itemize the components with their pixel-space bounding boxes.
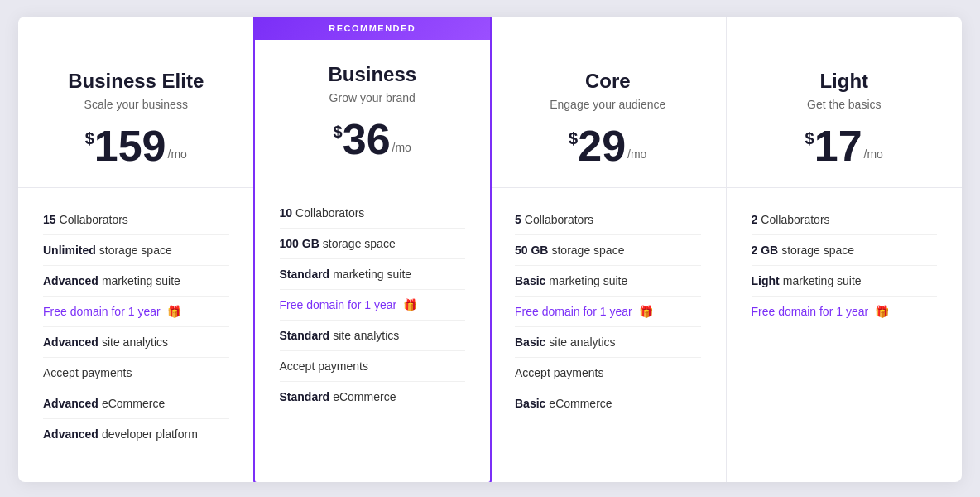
feature-list: 2 Collaborators 2 GB storage space Light…: [752, 205, 938, 326]
plan-tagline: Grow your brand: [280, 91, 466, 104]
feature-item: Accept payments: [43, 358, 229, 388]
domain-icon: 🎁: [875, 305, 889, 318]
feature-domain: Free domain for 1 year 🎁: [515, 297, 701, 327]
feature-item: Advanced eCommerce: [43, 388, 229, 419]
plan-name: Light: [752, 70, 938, 93]
feature-domain: Free domain for 1 year 🎁: [43, 297, 229, 327]
plan-price: $ 36 /mo: [280, 118, 466, 161]
feature-item: Unlimited storage space: [43, 235, 229, 266]
feature-item: Basic site analytics: [515, 327, 701, 358]
domain-icon: 🎁: [639, 305, 653, 318]
spacer: [752, 17, 938, 46]
feature-item: Light marketing suite: [752, 266, 938, 297]
feature-item: Advanced developer platform: [43, 419, 229, 449]
plan-header: Core Engage your audience $ 29 /mo: [515, 46, 701, 167]
plan-price: $ 17 /mo: [752, 124, 938, 167]
feature-item: Advanced marketing suite: [43, 266, 229, 297]
feature-item: Standard site analytics: [280, 321, 466, 351]
divider: [727, 187, 963, 188]
domain-icon: 🎁: [403, 298, 417, 311]
feature-item: Basic eCommerce: [515, 388, 701, 418]
plan-tagline: Scale your business: [43, 98, 229, 111]
plan-price: $ 29 /mo: [515, 124, 701, 167]
feature-item: 2 GB storage space: [752, 235, 938, 266]
price-amount: 36: [343, 118, 391, 161]
price-dollar: $: [85, 129, 94, 148]
plan-name: Business: [280, 63, 466, 86]
feature-item: Accept payments: [515, 358, 701, 388]
plan-card-business-elite: Business Elite Scale your business $ 159…: [18, 17, 255, 482]
feature-item: 100 GB storage space: [280, 229, 466, 259]
feature-item: Standard eCommerce: [280, 382, 466, 412]
feature-item: Standard marketing suite: [280, 259, 466, 290]
price-amount: 29: [578, 124, 626, 167]
divider: [255, 181, 491, 181]
divider: [18, 187, 254, 188]
plan-header: Business Elite Scale your business $ 159…: [43, 46, 229, 167]
plan-header: Business Grow your brand $ 36 /mo: [280, 40, 466, 161]
price-amount: 17: [814, 124, 862, 167]
price-dollar: $: [334, 123, 343, 142]
price-dollar: $: [805, 129, 814, 148]
plan-card-core: Core Engage your audience $ 29 /mo 5 Col…: [490, 17, 727, 482]
feature-item: 50 GB storage space: [515, 235, 701, 266]
plan-name: Business Elite: [43, 70, 229, 93]
domain-icon: 🎁: [167, 305, 181, 318]
price-period: /mo: [168, 147, 187, 161]
plan-name: Core: [515, 70, 701, 93]
price-dollar: $: [569, 129, 578, 148]
spacer: [43, 17, 229, 46]
plan-header: Light Get the basics $ 17 /mo: [752, 46, 938, 167]
plan-card-light: Light Get the basics $ 17 /mo 2 Collabor…: [727, 17, 963, 482]
feature-item: Accept payments: [280, 351, 466, 382]
recommended-badge: RECOMMENDED: [255, 17, 491, 40]
price-period: /mo: [864, 147, 883, 161]
plan-tagline: Get the basics: [752, 98, 938, 111]
feature-list: 5 Collaborators 50 GB storage space Basi…: [515, 205, 701, 418]
plan-tagline: Engage your audience: [515, 98, 701, 111]
divider: [490, 187, 726, 188]
feature-list: 10 Collaborators 100 GB storage space St…: [280, 198, 466, 412]
plan-card-business: RECOMMENDED Business Grow your brand $ 3…: [253, 17, 492, 482]
price-period: /mo: [627, 147, 646, 161]
feature-item: 15 Collaborators: [43, 205, 229, 235]
feature-item: 2 Collaborators: [752, 205, 938, 235]
spacer: [515, 17, 701, 46]
feature-item: Advanced site analytics: [43, 327, 229, 358]
price-period: /mo: [392, 141, 411, 154]
pricing-table: Business Elite Scale your business $ 159…: [18, 17, 962, 482]
feature-item: Basic marketing suite: [515, 266, 701, 297]
feature-domain: Free domain for 1 year 🎁: [752, 297, 938, 326]
plan-price: $ 159 /mo: [43, 124, 229, 167]
feature-item: 5 Collaborators: [515, 205, 701, 235]
price-amount: 159: [94, 124, 166, 167]
feature-domain: Free domain for 1 year 🎁: [280, 290, 466, 321]
feature-list: 15 Collaborators Unlimited storage space…: [43, 205, 229, 449]
feature-item: 10 Collaborators: [280, 198, 466, 229]
